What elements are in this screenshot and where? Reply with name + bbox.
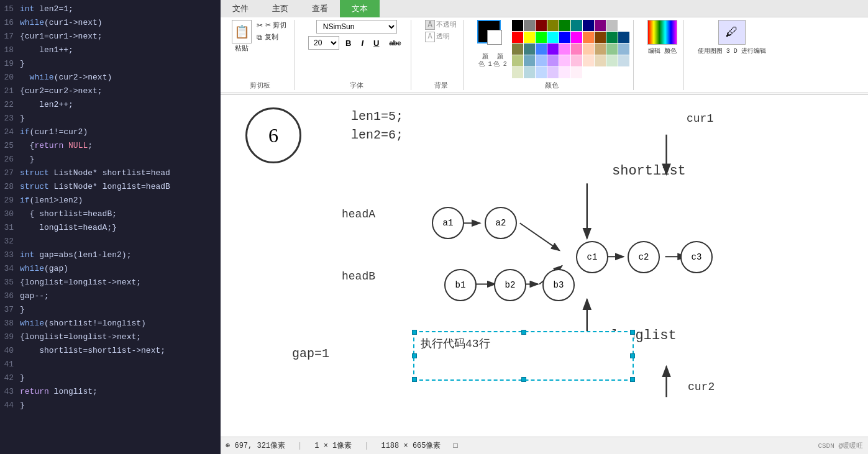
shortlist-label: shortlist [612, 163, 686, 179]
code-line: 20 while(cur2->next) [0, 71, 221, 84]
palette-color[interactable] [583, 55, 594, 66]
underline-button[interactable]: U [370, 37, 383, 50]
palette-color[interactable] [536, 67, 547, 78]
palette-color[interactable] [618, 55, 629, 66]
palette-color[interactable] [595, 20, 606, 31]
handle-tl[interactable] [412, 330, 417, 335]
palette-color[interactable] [559, 67, 570, 78]
palette-color[interactable] [606, 55, 618, 66]
palette-color[interactable] [571, 55, 582, 66]
color-palette[interactable] [512, 20, 627, 78]
palette-color[interactable] [512, 67, 523, 78]
palette-color[interactable] [524, 43, 535, 55]
copy-icon: ⧉ [257, 33, 262, 42]
italic-button[interactable]: I [357, 37, 367, 50]
palette-color[interactable] [547, 55, 559, 66]
palette-color[interactable] [571, 20, 582, 31]
code-line: 30 { shortlist=headB; [0, 207, 221, 221]
clipboard-group: 📋 粘贴 ✂ ✂ 剪切 ⧉ 复制 剪切板 [226, 20, 295, 90]
node-c2: c2 [628, 241, 660, 273]
code-line: 28struct ListNode* longlist=headB [0, 180, 221, 194]
strikethrough-button[interactable]: abe [385, 37, 404, 48]
font-select[interactable]: NSimSun [316, 20, 397, 34]
palette-color[interactable] [547, 20, 559, 31]
code-line: 42} [0, 371, 221, 385]
code-line: 33int gap=abs(len1-len2); [0, 248, 221, 262]
code-line: 27struct ListNode* shortlist=head [0, 166, 221, 180]
palette-color[interactable] [559, 20, 570, 31]
palette-color[interactable] [536, 43, 547, 55]
code-line: 38while(shortlist!=longlist) [0, 317, 221, 330]
palette-color[interactable] [512, 20, 523, 31]
palette-color[interactable] [595, 55, 606, 66]
palette-color[interactable] [595, 32, 606, 43]
toolbar-ribbon: 📋 粘贴 ✂ ✂ 剪切 ⧉ 复制 剪切板 [221, 17, 868, 93]
handle-br[interactable] [630, 377, 635, 382]
palette-color[interactable] [524, 32, 535, 43]
code-line: 23} [0, 112, 221, 125]
palette-color[interactable] [606, 43, 618, 55]
palette-color[interactable] [559, 55, 570, 66]
color-group-label: 颜色 [545, 81, 559, 90]
palette-color[interactable] [536, 55, 547, 66]
copy-button[interactable]: ⧉ 复制 [255, 32, 288, 42]
palette-color[interactable] [606, 32, 618, 43]
palette-color[interactable] [571, 32, 582, 43]
edit-colors-group: 编辑 颜色 [641, 20, 684, 90]
code-panel: 15int len2=1;16while(cur1->next)17{cur1=… [0, 0, 221, 454]
handle-bm[interactable] [521, 377, 526, 382]
tab-view[interactable]: 查看 [300, 0, 340, 17]
canvas-area[interactable]: 6 len1=5; len2=6; cur1 shortlist headA h… [221, 95, 868, 437]
paste-button[interactable]: 📋 粘贴 [232, 20, 252, 53]
font-group-label: 字体 [350, 81, 363, 90]
code-line: 40 shortlist=shortlist->next; [0, 344, 221, 358]
handle-bl[interactable] [412, 377, 417, 382]
palette-color[interactable] [583, 43, 594, 55]
palette-color[interactable] [559, 32, 570, 43]
palette-color[interactable] [606, 20, 618, 31]
color2-swatch[interactable] [487, 30, 502, 45]
palette-color[interactable] [524, 55, 535, 66]
palette-color[interactable] [583, 20, 594, 31]
handle-tr[interactable] [630, 330, 635, 335]
draw-3d-icon[interactable]: 🖊 [718, 20, 746, 45]
cut-button[interactable]: ✂ ✂ 剪切 [255, 20, 288, 30]
font-size-select[interactable]: 20 [308, 36, 339, 50]
palette-color[interactable] [595, 43, 606, 55]
palette-color[interactable] [547, 32, 559, 43]
palette-color[interactable] [571, 43, 582, 55]
code-line: 29if(len1>len2) [0, 194, 221, 207]
tab-file[interactable]: 文件 [221, 0, 260, 17]
handle-mr[interactable] [630, 353, 635, 358]
palette-color[interactable] [547, 43, 559, 55]
code-line: 43return longlist; [0, 385, 221, 399]
background-group: A 不透明 A 透明 背景 [419, 20, 463, 90]
tab-text[interactable]: 文本 [340, 0, 380, 17]
scissors-icon: ✂ [257, 21, 263, 30]
palette-color[interactable] [571, 67, 582, 78]
handle-ml[interactable] [412, 353, 417, 358]
palette-color[interactable] [536, 20, 547, 31]
palette-color[interactable] [583, 32, 594, 43]
palette-color[interactable] [618, 43, 629, 55]
font-selector-row: NSimSun [316, 20, 397, 34]
palette-color[interactable] [524, 20, 535, 31]
palette-color[interactable] [512, 55, 523, 66]
palette-color[interactable] [536, 32, 547, 43]
palette-color[interactable] [618, 32, 629, 43]
palette-color[interactable] [547, 67, 559, 78]
palette-color[interactable] [559, 43, 570, 55]
rainbow-swatch[interactable] [647, 20, 677, 45]
node-b3: b3 [542, 269, 575, 301]
text-box[interactable]: 执行代码43行 [413, 331, 634, 381]
bold-button[interactable]: B [342, 37, 355, 50]
clipboard-label: 剪切板 [250, 81, 270, 90]
palette-color[interactable] [524, 67, 535, 78]
palette-color[interactable] [512, 32, 523, 43]
color2-label: 颜 色 2 [493, 53, 507, 68]
handle-tm[interactable] [521, 330, 526, 335]
palette-color[interactable] [618, 20, 629, 31]
palette-color[interactable] [512, 43, 523, 55]
tab-home[interactable]: 主页 [260, 0, 300, 17]
cur2-label: cur2 [688, 381, 715, 393]
